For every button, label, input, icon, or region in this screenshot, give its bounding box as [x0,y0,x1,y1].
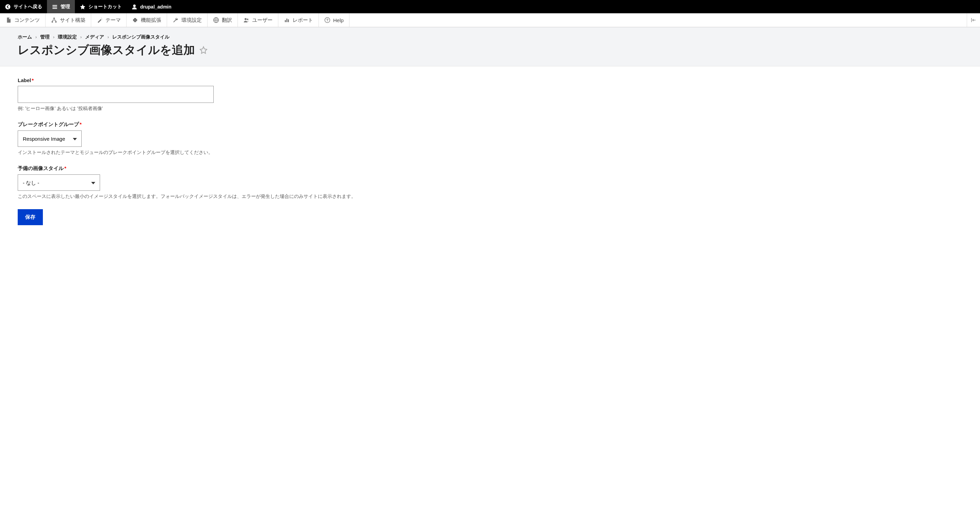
page-title-row: レスポンシブ画像スタイルを追加 [18,42,962,58]
admin-menu: コンテンツ サイト構築 テーマ 機能拡張 環境設定 翻訳 ユーザー [0,13,980,27]
admin-menu-reports-label: レポート [293,17,313,24]
fallback-style-label: 予備の画像スタイル* [18,165,66,172]
admin-menu-translate-label: 翻訳 [222,17,232,24]
admin-menu-people[interactable]: ユーザー [238,13,278,27]
svg-point-0 [5,4,11,9]
admin-menu-extend[interactable]: 機能拡張 [127,13,167,27]
back-to-site-label: サイトへ戻る [14,4,42,10]
arrow-left-circle-icon [5,4,11,10]
admin-menu-translate[interactable]: 翻訳 [208,13,238,27]
svg-text:?: ? [326,18,328,22]
shortcuts-label: ショートカット [89,4,122,10]
admin-menu-appearance[interactable]: テーマ [91,13,127,27]
label-description: 例: 'ヒーロー画像' あるいは '投稿者画像' [18,105,962,112]
user-label: drupal_admin [140,4,172,10]
admin-menu-appearance-label: テーマ [105,17,121,24]
bar-chart-icon [284,17,290,23]
admin-menu-spacer [350,13,967,27]
wand-icon [97,17,103,23]
label-field-label: Label* [18,77,34,83]
svg-point-7 [55,21,57,23]
form-item-label: Label* 例: 'ヒーロー画像' あるいは '投稿者画像' [18,77,962,112]
breadcrumb-sep: › [80,35,82,40]
admin-menu-people-label: ユーザー [252,17,272,24]
manage-label: 管理 [60,4,70,10]
region-header: ホーム › 管理 › 環境設定 › メディア › レスポンシブ画像スタイル レス… [0,27,980,66]
shortcuts-link[interactable]: ショートカット [75,0,127,13]
toolbar-top: サイトへ戻る 管理 ショートカット drupal_admin [0,0,980,13]
hierarchy-icon [51,17,57,23]
admin-menu-structure[interactable]: サイト構築 [46,13,91,27]
star-outline-icon [199,46,208,54]
breakpoint-group-description: インストールされたテーマとモジュールのブレークポイントグループを選択してください… [18,150,962,156]
breakpoint-group-label: ブレークポイントグループ* [18,121,82,128]
people-icon [243,17,250,23]
admin-menu-configuration-label: 環境設定 [181,17,202,24]
user-menu[interactable]: drupal_admin [127,0,176,13]
svg-rect-16 [288,19,289,22]
star-icon [80,4,86,10]
fallback-style-description: このスペースに表示したい最小のイメージスタイルを選択します。フォールバックイメー… [18,193,962,200]
svg-rect-14 [285,20,286,22]
required-marker: * [32,77,34,83]
puzzle-icon [132,17,138,23]
admin-menu-reports[interactable]: レポート [278,13,319,27]
breakpoint-group-select[interactable]: Responsive Image [18,131,82,147]
required-marker: * [80,121,82,127]
svg-point-6 [52,21,53,23]
admin-menu-content-label: コンテンツ [14,17,40,24]
toolbar-orientation-toggle[interactable] [967,13,980,27]
wrench-icon [172,17,179,23]
admin-menu-structure-label: サイト構築 [60,17,86,24]
page-title: レスポンシブ画像スタイルを追加 [18,42,195,58]
form-item-breakpoint-group: ブレークポイントグループ* Responsive Image インストールされた… [18,121,962,156]
svg-rect-19 [971,18,972,22]
breadcrumb-admin[interactable]: 管理 [40,34,50,40]
main-content: Label* 例: 'ヒーロー画像' あるいは '投稿者画像' ブレークポイント… [0,66,980,236]
breadcrumb-config[interactable]: 環境設定 [58,34,77,40]
admin-menu-extend-label: 機能拡張 [141,17,161,24]
hamburger-icon [52,4,58,10]
svg-point-12 [245,18,247,20]
admin-menu-configuration[interactable]: 環境設定 [167,13,208,27]
breadcrumb-sep: › [108,35,109,40]
svg-point-13 [247,19,249,21]
svg-point-9 [102,19,102,19]
user-icon [131,4,137,10]
admin-menu-help-label: Help [333,18,344,23]
form-item-fallback-style: 予備の画像スタイル* - なし - このスペースに表示したい最小のイメージスタイ… [18,165,962,200]
svg-point-4 [133,5,136,7]
breadcrumb-media[interactable]: メディア [85,34,104,40]
add-shortcut-button[interactable] [199,46,208,54]
fallback-style-select[interactable]: - なし - [18,174,100,191]
breadcrumb-home[interactable]: ホーム [18,34,32,40]
question-icon: ? [324,17,331,23]
admin-menu-content[interactable]: コンテンツ [0,13,46,27]
svg-rect-15 [286,19,288,22]
required-marker: * [64,165,66,171]
save-button[interactable]: 保存 [18,209,43,225]
svg-point-5 [53,18,55,19]
breadcrumb-sep: › [53,35,54,40]
svg-rect-3 [52,8,57,8]
svg-rect-1 [52,5,57,5]
manage-toggle[interactable]: 管理 [47,0,75,13]
label-input[interactable] [18,86,214,103]
breadcrumb: ホーム › 管理 › 環境設定 › メディア › レスポンシブ画像スタイル [18,34,962,40]
admin-menu-help[interactable]: ? Help [319,13,350,27]
svg-point-8 [101,18,102,18]
breadcrumb-current[interactable]: レスポンシブ画像スタイル [112,34,169,40]
globe-icon [213,17,219,23]
collapse-icon [970,17,977,23]
back-to-site-link[interactable]: サイトへ戻る [0,0,47,13]
svg-rect-2 [52,6,57,7]
breadcrumb-sep: › [35,35,37,40]
document-icon [5,17,11,23]
